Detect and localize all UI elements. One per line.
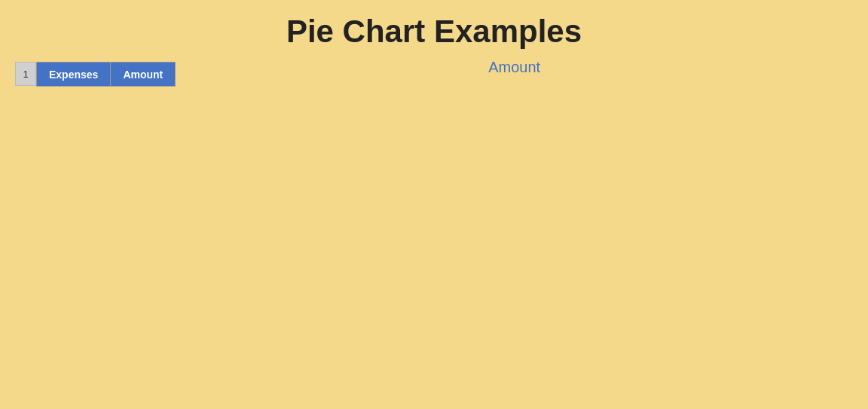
row-number: 1 bbox=[15, 62, 36, 86]
content-area: 1 ExpensesAmount Amount bbox=[0, 59, 868, 328]
row-numbers: 1 bbox=[15, 62, 36, 87]
chart-title: Amount bbox=[488, 59, 540, 76]
col-header-expenses: Expenses bbox=[37, 63, 111, 87]
page-title: Pie Chart Examples bbox=[0, 0, 868, 59]
col-header-amount: Amount bbox=[111, 63, 176, 87]
chart-wrapper bbox=[176, 82, 853, 323]
data-table: ExpensesAmount bbox=[36, 62, 176, 87]
chart-container: Amount bbox=[176, 59, 853, 328]
spreadsheet: 1 ExpensesAmount bbox=[15, 62, 176, 87]
pie-chart bbox=[356, 82, 673, 323]
